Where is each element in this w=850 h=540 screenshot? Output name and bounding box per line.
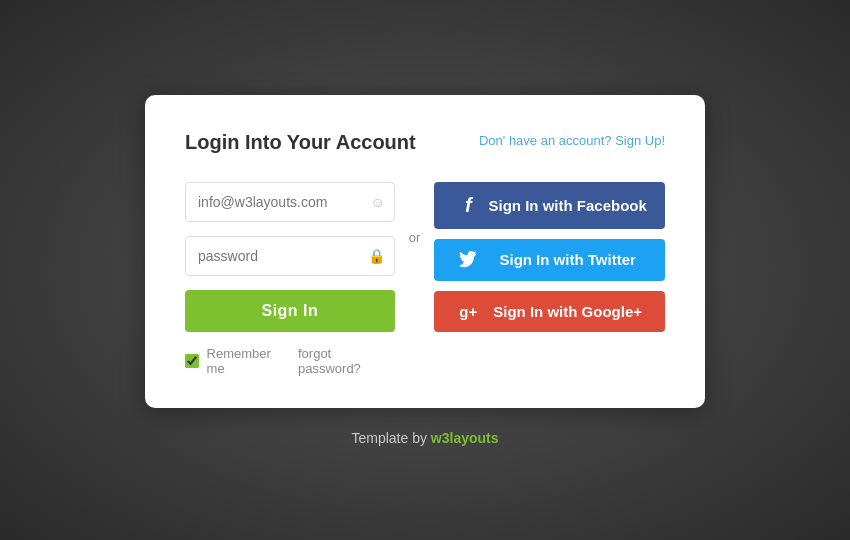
- remember-row: Remember me forgot password?: [185, 346, 395, 376]
- footer: Template by w3layouts: [351, 430, 498, 446]
- card-title: Login Into Your Account: [185, 131, 416, 154]
- card-header: Login Into Your Account Don' have an acc…: [185, 131, 665, 154]
- social-column: f Sign In with Facebook Sign In with Twi…: [434, 182, 665, 332]
- google-signin-button[interactable]: g+ Sign In with Google+: [434, 291, 665, 332]
- footer-brand[interactable]: w3layouts: [431, 430, 499, 446]
- signup-link[interactable]: Don' have an account? Sign Up!: [479, 131, 665, 151]
- signin-button[interactable]: Sign In: [185, 290, 395, 332]
- login-card: Login Into Your Account Don' have an acc…: [145, 95, 705, 408]
- or-divider: or: [395, 182, 435, 245]
- remember-label: Remember me: [207, 346, 290, 376]
- forgot-password-link[interactable]: forgot password?: [298, 346, 395, 376]
- remember-checkbox[interactable]: [185, 354, 199, 368]
- google-label: Sign In with Google+: [486, 303, 649, 320]
- facebook-signin-button[interactable]: f Sign In with Facebook: [434, 182, 665, 229]
- twitter-icon: [450, 251, 486, 269]
- email-input-wrap: ☺: [185, 182, 395, 222]
- password-input[interactable]: [185, 236, 395, 276]
- password-input-wrap: 🔒: [185, 236, 395, 276]
- footer-prefix: Template by: [351, 430, 430, 446]
- facebook-icon: f: [450, 194, 486, 217]
- google-icon: g+: [450, 303, 486, 320]
- lock-icon: 🔒: [368, 248, 385, 264]
- facebook-label: Sign In with Facebook: [486, 197, 649, 214]
- or-label: or: [409, 230, 421, 245]
- user-icon: ☺: [370, 194, 384, 210]
- twitter-label: Sign In with Twitter: [486, 251, 649, 268]
- card-body: ☺ 🔒 Sign In Remember me forgot password?…: [185, 182, 665, 376]
- email-input[interactable]: [185, 182, 395, 222]
- twitter-signin-button[interactable]: Sign In with Twitter: [434, 239, 665, 281]
- form-column: ☺ 🔒 Sign In Remember me forgot password?: [185, 182, 395, 376]
